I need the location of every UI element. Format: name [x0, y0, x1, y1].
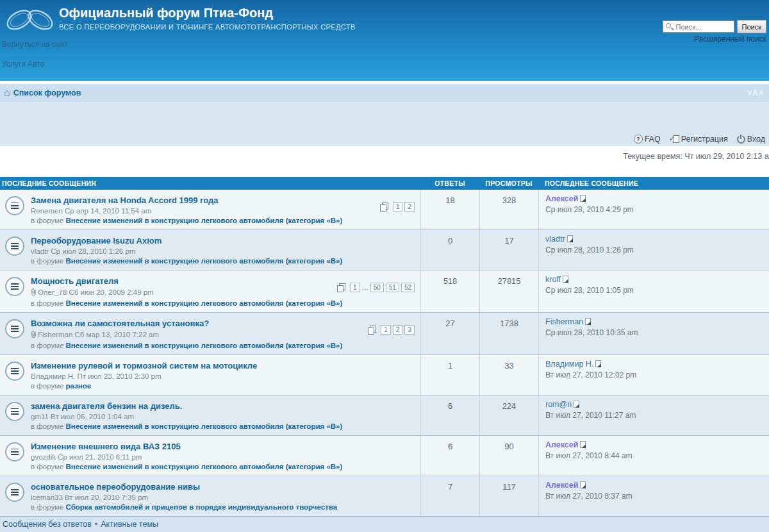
goto-last-post-icon[interactable]: [595, 360, 601, 367]
col-replies: ОТВЕТЫ: [420, 177, 479, 190]
paperclip-icon: [31, 288, 37, 297]
page-link[interactable]: 1: [350, 283, 360, 292]
topic-title[interactable]: Замена двигателя на Honda Accord 1999 го…: [31, 195, 219, 205]
topic-pagination: 1 … 50 51 52: [337, 283, 415, 292]
user-bar: ?FAQ Регистрация Вход: [625, 135, 765, 144]
topic-pagination: 1 2 3: [368, 325, 415, 335]
last-post-user[interactable]: rom@n: [545, 400, 572, 409]
topic-row: замена двигателя бензин на дизель. gm11 …: [0, 395, 769, 435]
register-link[interactable]: Регистрация: [670, 135, 728, 144]
last-post-user[interactable]: Алексей: [545, 481, 578, 490]
page-link[interactable]: 3: [404, 325, 415, 335]
replies-count: 18: [420, 190, 479, 229]
col-views: ПРОСМОТРЫ: [479, 177, 538, 190]
replies-count: 0: [420, 230, 479, 270]
search-input[interactable]: [663, 21, 734, 33]
topic-title[interactable]: Изменение рулевой и тормозной систем на …: [31, 361, 257, 370]
unanswered-posts-link[interactable]: Сообщения без ответов: [3, 520, 92, 529]
forum-link[interactable]: Внесение изменений в конструкцию легково…: [66, 299, 343, 307]
last-post-user[interactable]: Владимир Н.: [545, 360, 593, 369]
goto-last-post-icon[interactable]: [580, 481, 586, 488]
topic-meta: gm11 Вт июл 06, 2010 1:04 am: [31, 413, 415, 420]
font-size-control[interactable]: ˅A˄: [747, 84, 764, 102]
topic-title[interactable]: Мощность двигателя: [31, 276, 119, 286]
forum-link[interactable]: Внесение изменений в конструкцию легково…: [66, 217, 343, 224]
topic-forum-line: в форуме Сборка автомобилей и прицепов в…: [31, 503, 415, 511]
last-post-user[interactable]: Алексей: [545, 194, 578, 203]
recent-posts-table-header: ПОСЛЕДНИЕ СООБЩЕНИЯ ОТВЕТЫ ПРОСМОТРЫ ПОС…: [0, 177, 769, 190]
search-button[interactable]: Поиск: [737, 20, 766, 33]
forum-link[interactable]: Внесение изменений в конструкцию легково…: [66, 342, 343, 349]
topic-icon: [5, 237, 24, 256]
topic-title[interactable]: Переоборудование Isuzu Axiom: [31, 236, 161, 245]
breadcrumb-forum-list[interactable]: Список форумов: [13, 88, 81, 97]
col-last-post: ПОСЛЕДНЕЕ СООБЩЕНИЕ: [538, 177, 769, 190]
topic-meta: Владимир Н. Пт июл 23, 2010 2:30 pm: [31, 372, 415, 380]
last-post-time: Ср июл 28, 2010 1:26 pm: [545, 245, 763, 254]
last-post-user[interactable]: Алексей: [545, 440, 578, 449]
goto-last-post-icon[interactable]: [585, 318, 591, 325]
site-header: Официальный форум Птиа-Фонд ВСЕ О ПЕРЕОБ…: [0, 0, 769, 81]
nav-services-auto[interactable]: Услуги Авто: [2, 60, 44, 69]
topic-title[interactable]: Изменение внешнего вида ВАЗ 2105: [31, 442, 181, 451]
topic-icon: [5, 442, 24, 461]
last-post-time: Вт июл 27, 2010 11:27 am: [545, 411, 763, 420]
topic-title[interactable]: замена двигателя бензин на дизель.: [31, 401, 182, 411]
last-post-user[interactable]: Fisherman: [545, 317, 583, 326]
page-link[interactable]: 1: [393, 202, 403, 212]
goto-last-post-icon[interactable]: [563, 276, 568, 283]
replies-count: 27: [420, 313, 479, 354]
faq-link[interactable]: ?FAQ: [634, 135, 661, 144]
topic-row: Мощность двигателя Олег_78 Сб июн 20, 20…: [0, 270, 769, 312]
page-link[interactable]: 1: [381, 325, 391, 335]
current-time: Текущее время: Чт июл 29, 2010 2:13 am: [623, 152, 769, 161]
topic-icon: [5, 362, 24, 381]
active-topics-link[interactable]: Активные темы: [101, 520, 158, 529]
goto-last-post-icon[interactable]: [574, 401, 579, 408]
goto-last-post-icon[interactable]: [580, 441, 586, 448]
topic-filter-links: Сообщения без ответов•Активные темы: [0, 517, 769, 532]
topic-forum-line: в форуме Внесение изменений в конструкци…: [31, 256, 415, 265]
last-post-time: Вт июл 27, 2010 8:44 am: [545, 451, 763, 460]
goto-last-post-icon[interactable]: [567, 235, 573, 242]
site-logo[interactable]: [4, 2, 56, 40]
page-link[interactable]: 50: [370, 283, 384, 292]
topic-title[interactable]: основательное переоборудование нивы: [31, 482, 200, 492]
page-link[interactable]: 51: [386, 283, 399, 292]
header-panel: ?FAQ Регистрация Вход: [0, 102, 769, 146]
topic-row: Переоборудование Isuzu Axiom vladtr Ср и…: [0, 229, 769, 270]
page-link[interactable]: 2: [404, 202, 415, 212]
topic-row: Возможна ли самостоятельная установка? F…: [0, 312, 769, 354]
last-post-time: Ср июл 28, 2010 10:35 am: [545, 328, 763, 337]
replies-count: 518: [420, 270, 479, 312]
advanced-search-link[interactable]: Расширенный поиск: [694, 35, 766, 44]
separator: •: [95, 520, 97, 529]
last-post-user[interactable]: kroff: [545, 275, 561, 284]
forum-link[interactable]: Внесение изменений в конструкцию легково…: [66, 257, 343, 265]
views-count: 33: [479, 355, 538, 395]
last-post-user[interactable]: vladtr: [545, 235, 565, 244]
views-count: 117: [479, 476, 538, 516]
page-link[interactable]: 52: [401, 283, 415, 292]
page-link[interactable]: 2: [393, 325, 403, 335]
recent-posts-title: ПОСЛЕДНИЕ СООБЩЕНИЯ: [0, 177, 420, 190]
forum-link[interactable]: Внесение изменений в конструкцию легково…: [66, 463, 343, 470]
forum-page: Официальный форум Птиа-Фонд ВСЕ О ПЕРЕОБ…: [0, 0, 769, 532]
topic-title[interactable]: Возможна ли самостоятельная установка?: [31, 319, 209, 328]
site-subtitle: ВСЕ О ПЕРЕОБОРУДОВАНИИ И ТЮНИНГЕ АВТОМОТ…: [59, 23, 356, 31]
topic-row: Изменение рулевой и тормозной систем на …: [0, 354, 769, 395]
nav-back-to-site[interactable]: Вернуться на сайт: [2, 40, 68, 49]
forum-link[interactable]: разное: [66, 382, 92, 390]
site-title: Официальный форум Птиа-Фонд: [59, 6, 273, 21]
forum-link[interactable]: Внесение изменений в конструкцию легково…: [66, 422, 343, 430]
login-link[interactable]: Вход: [737, 135, 765, 144]
search-icon: [666, 23, 671, 28]
topic-meta: vladtr Ср июл 28, 2010 1:26 pm: [31, 247, 415, 255]
topic-row: основательное переоборудование нивы icem…: [0, 476, 769, 516]
topic-meta: iceman33 Вт июл 20, 2010 7:35 pm: [31, 494, 415, 501]
views-count: 224: [479, 395, 538, 435]
paperclip-icon: [31, 330, 37, 340]
forum-link[interactable]: Сборка автомобилей и прицепов в порядке …: [66, 503, 338, 511]
goto-last-post-icon[interactable]: [580, 195, 586, 202]
pages-icon: [368, 326, 376, 335]
